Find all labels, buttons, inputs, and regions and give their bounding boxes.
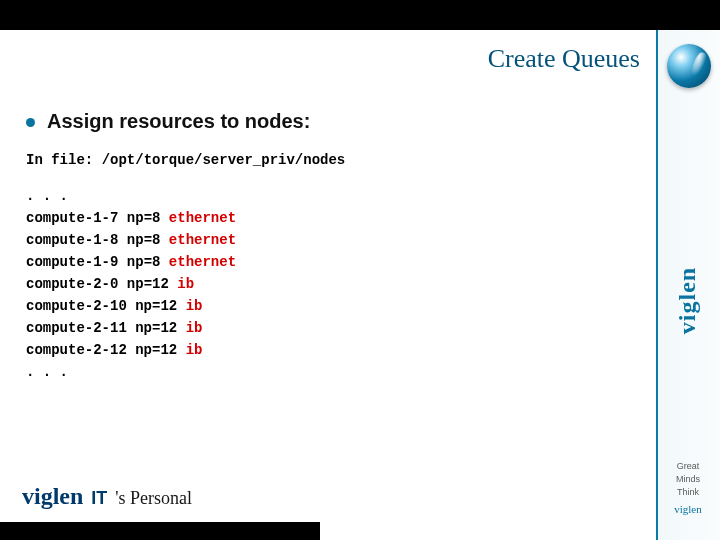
slide: viglen Great Minds Think viglen Create Q… [0, 0, 720, 540]
node-line: compute-2-0 np=12 ib [26, 273, 626, 295]
footer-brand-personal: 's Personal [115, 488, 192, 509]
node-np: np=12 [135, 342, 185, 358]
page-title: Create Queues [0, 44, 640, 74]
node-line: compute-1-8 np=8 ethernet [26, 229, 626, 251]
node-np: np=12 [135, 320, 185, 336]
footer-brand-name: viglen [22, 483, 83, 510]
node-host: compute-1-7 [26, 210, 127, 226]
node-config-block: . . . compute-1-7 np=8 ethernetcompute-1… [26, 185, 626, 383]
node-line: compute-1-7 np=8 ethernet [26, 207, 626, 229]
node-np: np=8 [127, 254, 169, 270]
file-line: In file: /opt/torque/server_priv/nodes [26, 149, 626, 171]
side-brand-vertical: viglen [664, 230, 712, 370]
node-np: np=12 [127, 276, 177, 292]
bottom-black-strip [0, 522, 320, 540]
ellipsis: . . . [26, 361, 626, 383]
node-net: ib [186, 320, 203, 336]
top-black-band [0, 0, 720, 30]
content-area: Assign resources to nodes: In file: /opt… [26, 110, 626, 383]
tagline-line: Minds [656, 473, 720, 486]
node-host: compute-1-8 [26, 232, 127, 248]
file-path: /opt/torque/server_priv/nodes [102, 152, 346, 168]
node-line: compute-2-12 np=12 ib [26, 339, 626, 361]
bullet-dot-icon [26, 118, 35, 127]
footer-brand: viglen IT 's Personal [22, 483, 192, 510]
node-np: np=8 [127, 232, 169, 248]
tagline-line: Think [656, 486, 720, 499]
node-net: ethernet [169, 254, 236, 270]
brand-orb-icon [667, 44, 711, 88]
file-line-prefix: In file: [26, 152, 102, 168]
node-net: ethernet [169, 210, 236, 226]
node-host: compute-1-9 [26, 254, 127, 270]
node-line: compute-1-9 np=8 ethernet [26, 251, 626, 273]
node-net: ethernet [169, 232, 236, 248]
node-host: compute-2-0 [26, 276, 127, 292]
footer-brand-it: IT [91, 488, 107, 509]
node-net: ib [177, 276, 194, 292]
brand-name-mini: viglen [656, 503, 720, 516]
node-host: compute-2-11 [26, 320, 135, 336]
node-net: ib [186, 298, 203, 314]
node-line: compute-2-11 np=12 ib [26, 317, 626, 339]
node-net: ib [186, 342, 203, 358]
ellipsis: . . . [26, 185, 626, 207]
node-np: np=12 [135, 298, 185, 314]
node-host: compute-2-10 [26, 298, 135, 314]
node-np: np=8 [127, 210, 169, 226]
brand-name-vertical: viglen [675, 266, 702, 333]
side-tagline: Great Minds Think viglen [656, 460, 720, 516]
bullet-text: Assign resources to nodes: [47, 110, 310, 133]
node-line: compute-2-10 np=12 ib [26, 295, 626, 317]
node-host: compute-2-12 [26, 342, 135, 358]
tagline-line: Great [656, 460, 720, 473]
bullet-item: Assign resources to nodes: [26, 110, 626, 133]
